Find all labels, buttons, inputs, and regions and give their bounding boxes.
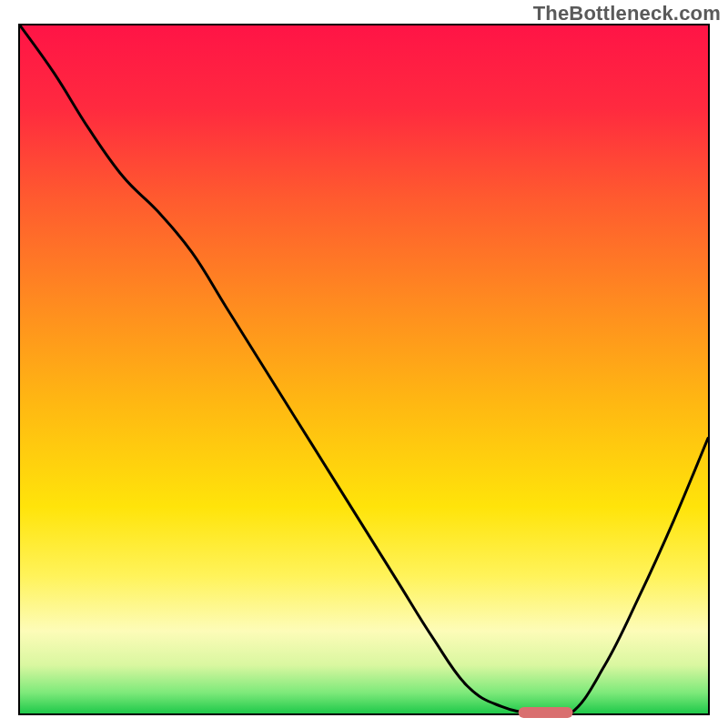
plot-area (18, 24, 710, 715)
curve-layer (20, 25, 708, 713)
watermark-text: TheBottleneck.com (533, 2, 721, 25)
optimal-range-marker (518, 707, 573, 718)
bottleneck-chart: TheBottleneck.com (0, 0, 728, 728)
bottleneck-curve (20, 25, 708, 713)
